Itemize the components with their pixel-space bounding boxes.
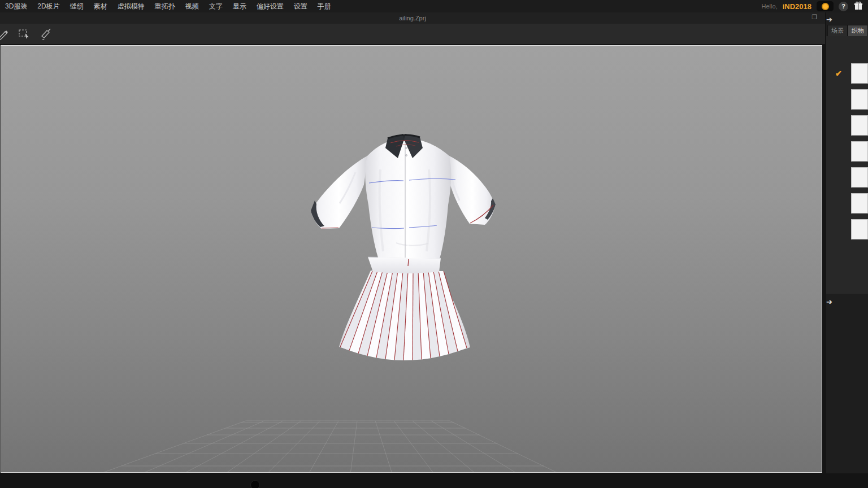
check-icon: ✔ [835,63,842,84]
bottom-bar [0,473,868,488]
fabric-swatch-row[interactable] [826,89,868,110]
right-sleeve[interactable] [449,156,496,225]
garment-model[interactable] [311,134,496,360]
fabric-swatch[interactable] [851,89,868,110]
menu-item-settings[interactable]: 设置 [289,2,313,11]
help-icon[interactable]: ? [839,2,848,11]
fabric-swatch[interactable] [851,193,868,213]
menu-item-text[interactable]: 文字 [204,2,228,11]
fabric-swatch-list: ✔ [826,36,868,294]
right-panel: ➔ 场景 织物 ✔ ➔ [826,12,868,488]
pen-icon [0,28,9,40]
fabric-swatch-row[interactable]: ✔ [826,63,868,84]
coin-icon [822,3,829,10]
fabric-swatch-row[interactable] [826,115,868,136]
tab-fabric[interactable]: 织物 [848,25,868,36]
menu-item-sewing[interactable]: 缝纫 [65,2,89,11]
menu-item-preferences[interactable]: 偏好设置 [251,2,289,11]
marquee-select-icon [18,28,31,40]
username-text: iND2018 [783,2,811,11]
brush-tool-button[interactable] [38,27,53,41]
3d-viewport-canvas[interactable] [1,46,822,473]
menu-item-material[interactable]: 素材 [89,2,112,11]
menu-bar-right: Hello, iND2018 ? [762,1,868,11]
status-dot-icon [250,480,260,488]
pen-tool-button[interactable] [0,27,10,41]
brush-icon [39,28,53,40]
fabric-swatch-row[interactable] [826,141,868,162]
menu-item-avatar[interactable]: 虚拟模特 [112,2,150,11]
waistband[interactable] [368,257,441,273]
fabric-swatch[interactable] [851,219,868,239]
3d-viewport[interactable] [1,45,822,473]
shirt-torso[interactable] [365,138,455,259]
menu-item-2d-pattern[interactable]: 2D板片 [32,2,64,11]
fabric-swatch-row[interactable] [826,193,868,213]
fabric-swatch[interactable] [851,167,868,188]
menu-item-video[interactable]: 视频 [180,2,204,11]
fabric-swatch[interactable] [851,141,868,162]
shirt-button [405,147,407,149]
panel-tabs: 场景 织物 [827,25,868,36]
fabric-swatch-row[interactable] [826,219,868,239]
menu-item-display[interactable]: 显示 [228,2,251,11]
shirt-button [405,154,407,156]
fabric-swatch-row[interactable] [826,167,868,188]
gift-icon[interactable] [853,1,863,11]
fabric-swatch[interactable] [851,115,868,136]
viewport-toolbar [0,24,825,44]
fabric-swatch[interactable] [851,63,868,84]
title-bar: ailing.Zprj ❐ [0,12,825,24]
pop-out-window-icon[interactable]: ❐ [811,14,817,21]
left-sleeve[interactable] [311,156,367,229]
document-title: ailing.Zprj [399,15,426,21]
floor-grid [85,421,570,473]
marquee-select-button[interactable] [17,27,32,41]
expand-panel-arrow-icon[interactable]: ➔ [826,298,832,306]
menu-item-3d-garment[interactable]: 3D服装 [0,2,32,11]
collapse-panel-arrow-icon[interactable]: ➔ [826,16,832,23]
menu-item-retopology[interactable]: 重拓扑 [150,2,180,11]
tab-scene[interactable]: 场景 [827,25,848,36]
pleated-skirt[interactable] [339,271,470,360]
menu-item-manual[interactable]: 手册 [313,2,336,11]
menu-bar: 3D服装 2D板片 缝纫 素材 虚拟模特 重拓扑 视频 文字 显示 偏好设置 设… [0,0,868,12]
greeting-text: Hello, [762,3,778,10]
currency-button[interactable] [817,1,834,11]
